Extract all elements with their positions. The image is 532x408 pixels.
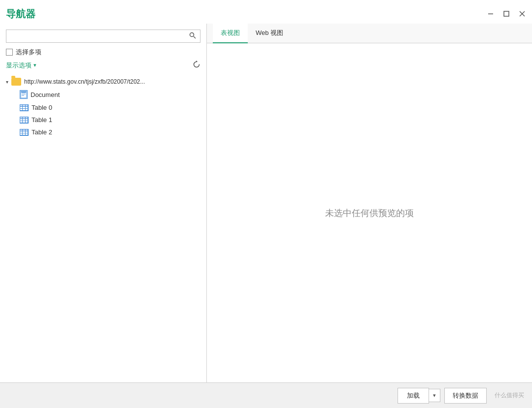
tree-item-table0[interactable]: Table 0 xyxy=(20,101,206,114)
search-input[interactable] xyxy=(10,32,189,40)
display-options-label: 显示选项 xyxy=(6,61,32,70)
right-panel: 表视图 Web 视图 未选中任何供预览的项 xyxy=(207,24,532,382)
tree-children: Document Table 0 xyxy=(20,88,206,138)
left-panel: 选择多项 显示选项 ▾ ▾ http://www.stats.gov.cn/tj… xyxy=(0,24,207,382)
minimize-button[interactable] xyxy=(487,10,495,18)
watermark-text: 什么值得买 xyxy=(495,391,524,400)
search-bar xyxy=(6,30,200,43)
titlebar: 导航器 xyxy=(0,0,532,24)
svg-rect-6 xyxy=(21,91,27,98)
refresh-button[interactable] xyxy=(193,61,200,70)
tab-table-view[interactable]: 表视图 xyxy=(213,24,248,43)
tab-web-view[interactable]: Web 视图 xyxy=(248,24,291,43)
restore-button[interactable] xyxy=(502,10,510,18)
dropdown-arrow-icon: ▾ xyxy=(33,62,36,68)
tree-item-label-table2: Table 2 xyxy=(32,128,52,136)
bottom-bar: 加载 ▾ 转换数据 什么值得买 xyxy=(0,382,532,408)
load-dropdown-button[interactable]: ▾ xyxy=(429,389,440,402)
tree-item-table1[interactable]: Table 1 xyxy=(20,114,206,126)
folder-icon xyxy=(11,78,21,86)
svg-rect-1 xyxy=(504,11,509,16)
tree-item-label-table1: Table 1 xyxy=(32,116,52,124)
convert-button[interactable]: 转换数据 xyxy=(444,388,487,404)
tree-item-label-table0: Table 0 xyxy=(32,104,52,111)
search-icon xyxy=(189,32,196,40)
preview-area: 未选中任何供预览的项 xyxy=(207,43,532,382)
load-button[interactable]: 加载 xyxy=(398,388,429,404)
window-controls xyxy=(487,10,526,18)
tree-container: ▾ http://www.stats.gov.cn/tjsj/zxfb/2020… xyxy=(0,76,206,382)
load-button-group: 加载 ▾ xyxy=(398,388,440,404)
select-multiple-row: 选择多项 xyxy=(6,48,200,57)
tabs-bar: 表视图 Web 视图 xyxy=(207,24,532,43)
document-icon xyxy=(20,90,28,99)
app-title: 导航器 xyxy=(6,7,35,21)
preview-empty-text: 未选中任何供预览的项 xyxy=(325,207,414,219)
table-icon-1 xyxy=(20,117,29,124)
tree-item-document[interactable]: Document xyxy=(20,88,206,101)
table-icon-2 xyxy=(20,129,29,136)
tree-item-table2[interactable]: Table 2 xyxy=(20,126,206,138)
select-multiple-label: 选择多项 xyxy=(16,48,41,57)
tree-collapse-arrow: ▾ xyxy=(6,79,8,85)
main-container: 选择多项 显示选项 ▾ ▾ http://www.stats.gov.cn/tj… xyxy=(0,24,532,382)
display-options-row: 显示选项 ▾ xyxy=(6,61,200,70)
select-multiple-checkbox[interactable] xyxy=(6,49,13,56)
svg-point-4 xyxy=(190,33,194,37)
close-button[interactable] xyxy=(518,10,526,18)
table-icon-0 xyxy=(20,104,29,111)
display-options-button[interactable]: 显示选项 ▾ xyxy=(6,61,36,70)
svg-rect-0 xyxy=(488,14,493,15)
tree-root-item[interactable]: ▾ http://www.stats.gov.cn/tjsj/zxfb/2020… xyxy=(6,76,206,88)
tree-root-label: http://www.stats.gov.cn/tjsj/zxfb/202007… xyxy=(24,78,145,85)
svg-line-5 xyxy=(194,36,196,38)
tree-item-label-document: Document xyxy=(31,91,60,98)
